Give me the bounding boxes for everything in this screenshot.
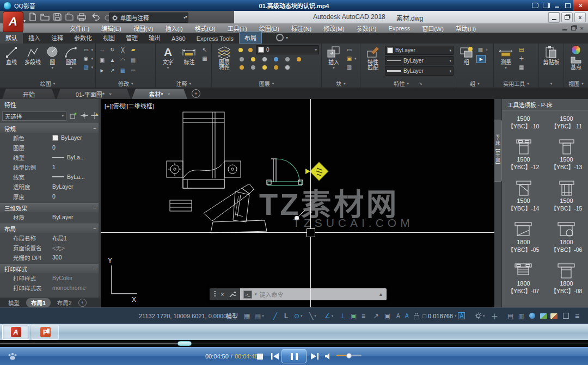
command-input[interactable]: >_ ▾ 键入命令 ▲ xyxy=(240,288,387,300)
acad-minimize-button[interactable] xyxy=(548,13,560,22)
player-progress-bar[interactable] xyxy=(0,340,588,347)
model-space-button[interactable]: 模型 xyxy=(226,312,238,320)
ribbon-tab-parametric[interactable]: 参数化 xyxy=(69,32,97,44)
mini-mode-icon[interactable] xyxy=(541,2,552,9)
quick-calc-icon[interactable]: ▦ xyxy=(517,64,525,71)
ribbon-tab-manage[interactable]: 管理 xyxy=(120,32,143,44)
command-close-icon[interactable]: × xyxy=(221,292,224,298)
new-layout-button[interactable]: + xyxy=(78,299,87,307)
layer-properties-button[interactable]: 图层特性 xyxy=(214,45,235,71)
copy-icon[interactable]: ▣ xyxy=(98,57,106,64)
taskbar-powerpoint-button[interactable]: P xyxy=(32,325,59,340)
customization-menu-icon[interactable]: ≡ xyxy=(575,312,579,320)
section-3d-effects[interactable]: 三维效果− xyxy=(0,203,101,212)
layer-walk-icon[interactable] xyxy=(272,55,280,63)
annotation-scale-readout[interactable]: 0.018768▾A xyxy=(428,312,465,319)
linetype-dropdown[interactable]: ByLayer▾ xyxy=(385,56,454,65)
feedback-icon[interactable] xyxy=(530,2,541,9)
move-pan-icon[interactable]: ＋ xyxy=(491,311,498,321)
maximize-button[interactable] xyxy=(562,2,573,9)
acad-close-button[interactable]: × xyxy=(574,13,586,22)
text-button[interactable]: A 文字 ▾ xyxy=(158,45,177,70)
polar-tracking-icon[interactable]: ⊙▾ xyxy=(294,312,303,320)
table-icon[interactable]: ▦ xyxy=(200,55,209,62)
close-button[interactable]: × xyxy=(573,0,588,11)
group-button[interactable]: 组 xyxy=(458,45,475,65)
volume-icon[interactable] xyxy=(323,351,334,361)
trim-icon[interactable]: ╳ xyxy=(119,46,127,53)
ellipse-icon[interactable]: ◉ xyxy=(82,55,90,62)
section-general[interactable]: 常规− xyxy=(0,123,101,133)
block-edit-icon[interactable]: ▭ xyxy=(345,46,353,53)
measure-button[interactable]: 测量 ▾ xyxy=(496,45,516,70)
grid-display-icon[interactable]: ▦ xyxy=(244,312,250,320)
erase-icon[interactable]: ▰ xyxy=(129,46,137,53)
arc-button[interactable]: 圆弧 ▾ xyxy=(62,45,80,70)
polyline-button[interactable]: 多段线 xyxy=(22,45,43,65)
paste-button[interactable]: 剪贴板 xyxy=(541,45,561,65)
viewport-controls[interactable]: [+][俯视][二维线框] xyxy=(105,101,154,110)
section-plot-style[interactable]: 打印样式− xyxy=(0,264,101,273)
array-icon[interactable]: ▦ xyxy=(119,67,127,74)
undo-icon[interactable] xyxy=(90,13,100,21)
osnap-tracking-icon[interactable]: ∠▾ xyxy=(324,312,333,320)
ribbon-tab-output[interactable]: 输出 xyxy=(143,32,166,44)
coordinates-readout[interactable]: 21132.1720, 10009.6021, 0.0000 xyxy=(139,313,226,319)
doc-restore-icon[interactable] xyxy=(571,26,576,30)
save-icon[interactable] xyxy=(53,13,62,21)
plot-icon[interactable] xyxy=(77,13,87,21)
dialog-launcher-icon[interactable]: ↘ xyxy=(419,81,422,86)
panel-label-modify[interactable]: 修改▾ xyxy=(96,79,155,88)
panel-label-utilities[interactable]: 实用工具▾ xyxy=(494,79,538,88)
save-as-icon[interactable] xyxy=(65,13,74,21)
command-line[interactable]: × >_ ▾ 键入命令 ▲ xyxy=(210,288,387,300)
new-file-icon[interactable] xyxy=(28,13,36,21)
acad-restore-button[interactable] xyxy=(561,13,573,22)
snap-mode-icon[interactable]: ▦▾ xyxy=(255,312,264,320)
layer-freeze-icon[interactable] xyxy=(249,55,257,63)
quick-select-icon[interactable]: ▤ xyxy=(517,46,525,53)
layer-merge-icon[interactable] xyxy=(283,64,291,71)
transparency-icon[interactable]: ≡ xyxy=(362,312,365,320)
move-icon[interactable]: ↔ xyxy=(98,46,106,53)
panel-label-view[interactable]: 视图▾ xyxy=(564,79,588,88)
menu-insert[interactable]: 插入(I) xyxy=(165,24,182,33)
palette-item[interactable]: 1500 【YBC】-11 xyxy=(545,115,588,130)
acad-app-menu-button[interactable]: A xyxy=(3,11,23,32)
previous-button[interactable] xyxy=(269,351,281,361)
qq-player-paw-icon[interactable] xyxy=(8,352,17,361)
command-history-icon[interactable]: ▲ xyxy=(378,292,383,297)
file-tab-plan[interactable]: 01-平面图*× xyxy=(57,89,131,99)
ribbon-collapse-button[interactable]: ▾ xyxy=(276,34,288,44)
ribbon-tab-a360[interactable]: A360 xyxy=(166,34,191,44)
hatch-icon[interactable]: ▨ xyxy=(82,64,90,71)
offset-icon[interactable]: ═ xyxy=(129,67,137,74)
dimension-button[interactable]: 标注 xyxy=(179,45,199,65)
palette-item[interactable]: 1500 【YBC】-14 xyxy=(502,180,545,212)
volume-knob[interactable] xyxy=(346,353,352,358)
quick-properties-icon[interactable]: ▥ xyxy=(518,312,524,320)
visual-style-sphere-icon[interactable] xyxy=(571,45,581,55)
layer-state-icon[interactable] xyxy=(237,64,246,71)
layer-isolate-icon[interactable] xyxy=(246,46,254,53)
circle-button[interactable]: 圆 ▾ xyxy=(45,45,60,70)
base-point-button[interactable]: 基点 xyxy=(566,55,586,70)
layer-off-icon[interactable] xyxy=(237,55,246,63)
rotate-icon[interactable]: ↻ xyxy=(108,46,117,53)
menu-draw[interactable]: 绘图(D) xyxy=(259,24,279,33)
menu-dimension[interactable]: 标注(N) xyxy=(291,24,311,33)
tool-palette-tab-bed[interactable]: P-床【平面】 xyxy=(494,120,502,182)
command-grip-icon[interactable] xyxy=(214,291,216,298)
menu-format[interactable]: 格式(O) xyxy=(195,24,216,33)
isodraft-icon[interactable]: ╲▾ xyxy=(309,312,316,320)
layer-match-icon[interactable] xyxy=(283,55,291,63)
ribbon-tab-annotate[interactable]: 注释 xyxy=(46,32,69,44)
doc-close-icon[interactable]: × xyxy=(580,25,584,32)
next-button[interactable] xyxy=(309,351,321,361)
fillet-icon[interactable]: ◠ xyxy=(119,57,127,64)
selection-cycling-icon[interactable]: ↗ xyxy=(373,312,379,320)
layer-thaw-icon[interactable] xyxy=(260,64,268,71)
ortho-mode-icon[interactable]: L xyxy=(284,312,288,320)
select-objects-icon[interactable] xyxy=(81,112,88,120)
ribbon-tab-express[interactable]: Express Tools xyxy=(191,34,239,44)
